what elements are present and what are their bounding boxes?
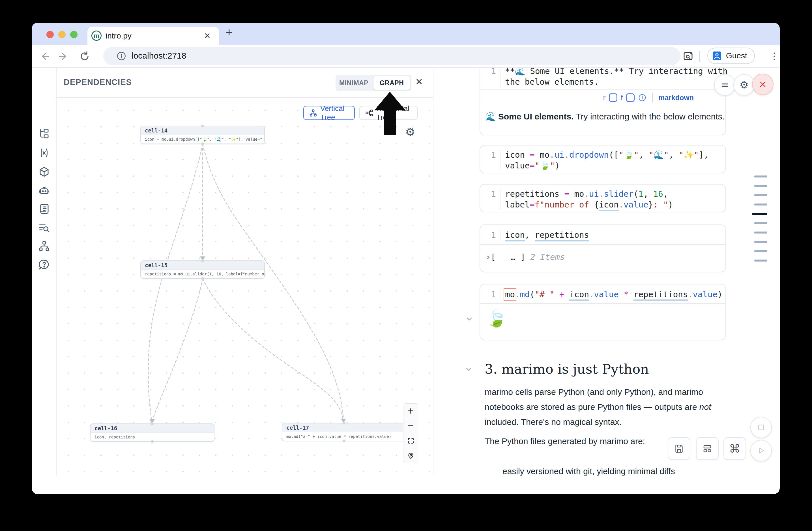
code-editor[interactable]: repetitions = mo.ui.slider(1, 16,label=f… (501, 188, 673, 210)
cell-nav-mark[interactable] (754, 250, 767, 252)
code-token: = (530, 200, 534, 210)
md-code-cell[interactable]: 1 mo.md("# " + icon.value * repetitions.… (480, 284, 726, 340)
browser-tab[interactable]: m intro.py ✕ (87, 27, 219, 45)
graph-node[interactable]: cell-16icon, repetitions (90, 424, 215, 442)
browser-window: m intro.py ✕ + localhost:2718 Guest (32, 23, 780, 494)
graph-edges (57, 98, 433, 475)
stop-button[interactable] (750, 417, 772, 438)
code-editor[interactable]: icon = mo.ui.dropdown(["🍃", "🌊", "✨"],va… (501, 149, 709, 171)
code-token: * (624, 290, 628, 299)
graph-node[interactable]: cell-17mo.md("# " + icon.value * repetit… (282, 423, 406, 441)
line-number: 1 (480, 230, 501, 240)
graph-settings-icon[interactable]: ⚙ (405, 125, 415, 139)
panel-title: DEPENDENCIES (64, 77, 132, 87)
file-explorer-icon[interactable] (38, 128, 50, 140)
graph-node-code: mo.md("# " + icon.value * repetitions.va… (282, 432, 406, 441)
reactive-label: r (603, 94, 606, 102)
zoom-in-button[interactable]: + (403, 403, 418, 418)
cell-nav-mark[interactable] (752, 213, 767, 215)
panel-close-icon[interactable]: ✕ (415, 76, 423, 87)
graph-node[interactable]: cell-15repetitions = mo.ui.slider(1, 16,… (140, 260, 265, 279)
graph-node[interactable]: cell-14icon = mo.ui.dropdown(["🍃", "🌊", … (140, 126, 265, 144)
new-tab-button[interactable]: + (226, 26, 232, 39)
graph-tab[interactable]: GRAPH (374, 76, 410, 90)
browser-toolbar: localhost:2718 Guest (32, 45, 780, 68)
view-toggle: MINIMAP GRAPH (336, 75, 411, 91)
run-button[interactable] (750, 440, 772, 461)
forward-icon[interactable] (58, 51, 70, 62)
center-view-button[interactable] (403, 448, 418, 463)
logs-icon[interactable] (38, 203, 50, 215)
tuple-code-cell[interactable]: 1 icon, repetitions ›[ … ] 2 Items (480, 225, 726, 272)
wave-emoji: 🌊 (485, 112, 496, 121)
profile-button[interactable]: Guest (707, 47, 755, 64)
site-info-icon[interactable] (116, 51, 127, 61)
format-checkbox[interactable] (626, 94, 635, 102)
tab-close-icon[interactable]: ✕ (204, 31, 211, 41)
cell-toolbar: r f markdown (480, 89, 725, 105)
cell-nav-mark[interactable] (754, 260, 767, 261)
notebook-menu-button[interactable] (714, 74, 736, 96)
snippets-icon[interactable] (38, 222, 50, 234)
code-token: = (530, 150, 534, 160)
browser-menu-icon[interactable] (768, 51, 780, 62)
cell-nav-mark[interactable] (754, 175, 767, 177)
line-number: 1 (480, 188, 501, 210)
bracket-close: ] (520, 252, 525, 262)
cell-nav-mark[interactable] (754, 185, 767, 187)
cell-nav-mark[interactable] (754, 241, 767, 243)
graph-node-code: icon, repetitions (90, 433, 214, 441)
slider-code-cell[interactable]: 1 repetitions = mo.ui.slider(1, 16,label… (480, 184, 726, 212)
info-icon[interactable] (638, 94, 647, 102)
vertical-tree-button[interactable]: Vertical Tree (303, 106, 355, 120)
reload-icon[interactable] (79, 51, 90, 62)
shutdown-button[interactable] (752, 74, 773, 95)
code-editor[interactable]: icon, repetitions (501, 230, 589, 240)
fit-view-button[interactable] (403, 433, 418, 448)
code-editor[interactable]: mo.md("# " + icon.value * repetitions.va… (501, 289, 722, 300)
zoom-out-button[interactable]: − (403, 418, 418, 433)
section-chevron-icon[interactable] (465, 365, 473, 374)
expand-chevron-icon[interactable]: › (486, 252, 491, 262)
tuple-output[interactable]: ›[ … ] 2 Items (480, 245, 725, 262)
graph-canvas[interactable]: cell-14icon = mo.ui.dropdown(["🍃", "🌊", … (57, 98, 433, 475)
dropdown-code-cell[interactable]: 1 icon = mo.ui.dropdown(["🍃", "🌊", "✨"],… (480, 145, 726, 173)
url-bar[interactable]: localhost:2718 (103, 47, 680, 65)
markdown-cell[interactable]: 1 **🌊 Some UI elements.** Try interactin… (480, 68, 726, 135)
traffic-minimize-button[interactable] (58, 31, 66, 38)
code-token: value (505, 161, 530, 170)
save-icon (674, 444, 684, 454)
code-editor[interactable]: **🌊 Some UI elements.** Try interacting … (501, 68, 728, 87)
help-icon[interactable] (38, 259, 50, 271)
minimap-tab[interactable]: MINIMAP (336, 79, 372, 87)
cell-nav-mark[interactable] (754, 222, 767, 224)
clipped-list-item: easily versioned with git, yielding mini… (503, 467, 675, 475)
dependency-graph-icon[interactable] (38, 240, 50, 252)
layout-button[interactable] (696, 437, 719, 460)
cell-nav-mark[interactable] (754, 231, 767, 233)
traffic-zoom-button[interactable] (70, 31, 77, 38)
cell-nav-mark[interactable] (754, 194, 767, 196)
tab-search-icon[interactable] (682, 51, 694, 62)
packages-icon[interactable] (38, 166, 50, 178)
graph-node-code: icon = mo.ui.dropdown(["🍃", "🌊", "✨"], v… (141, 135, 264, 144)
code-token: { (594, 200, 599, 210)
code-token: **🌊 Some UI elements.** Try interacting … (505, 68, 728, 76)
section-heading: 3. marimo is just Python (485, 361, 649, 377)
reactive-checkbox[interactable] (609, 94, 617, 102)
graph-node-title: cell-14 (141, 126, 264, 135)
variables-icon[interactable] (38, 147, 50, 159)
traffic-close-button[interactable] (46, 31, 54, 38)
toolbar-divider (699, 51, 700, 62)
ai-assistant-icon[interactable] (38, 185, 50, 197)
back-icon[interactable] (39, 51, 50, 62)
command-palette-button[interactable]: ⌘ (723, 437, 746, 460)
cell-nav-mark[interactable] (754, 203, 767, 205)
notebook-settings-button[interactable]: ⚙ (733, 74, 755, 96)
code-token: ( (634, 189, 638, 199)
save-button[interactable] (668, 437, 690, 460)
horizontal-tree-button[interactable]: Horizontal Tree (359, 106, 418, 120)
code-token: "# " (535, 290, 554, 299)
collapse-chevron-icon[interactable] (465, 315, 474, 323)
code-token: , (669, 150, 679, 160)
